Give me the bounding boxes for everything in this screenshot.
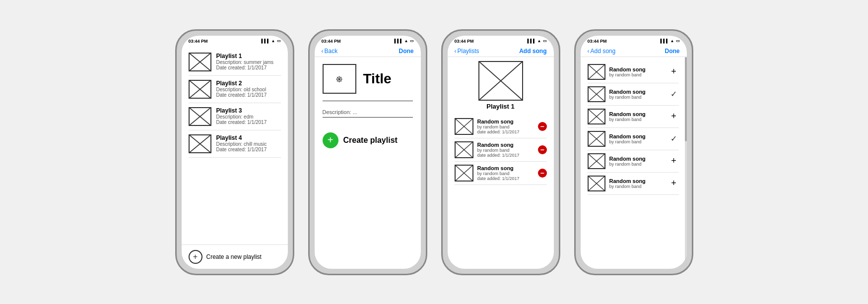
- done-button-2[interactable]: Done: [399, 48, 414, 55]
- add-song-2-band: by random band: [609, 95, 665, 100]
- wifi-icon: ▲: [271, 39, 275, 43]
- status-time-4: 03:44 PM: [588, 39, 607, 44]
- status-time-1: 03:44 PM: [189, 39, 208, 44]
- playlist-item-1[interactable]: Playlist 1 Description: summer jams Date…: [189, 49, 281, 76]
- add-song-item-5[interactable]: Random song by random band +: [588, 150, 679, 173]
- chevron-left-icon-2: ‹: [322, 48, 324, 55]
- scrollbar-thumb[interactable]: [685, 57, 687, 142]
- playlist-2-name: Playlist 2: [216, 80, 281, 87]
- playlist-detail-thumbnail: [478, 61, 523, 101]
- playlist-2-date: Date created: 1/1/2017: [216, 92, 281, 98]
- camera-placeholder[interactable]: ⎈: [323, 64, 356, 94]
- playlist-4-info: Playlist 4 Description: chill music Date…: [216, 134, 281, 152]
- playlist-1-thumbnail: [189, 53, 211, 71]
- remove-song-1-button[interactable]: −: [538, 122, 547, 131]
- status-time-3: 03:44 PM: [455, 39, 474, 44]
- back-button-3[interactable]: ‹ Playlists: [455, 48, 479, 55]
- playlist-4-name: Playlist 4: [216, 134, 281, 141]
- add-song-3-name: Random song: [609, 111, 665, 117]
- scrollbar-track[interactable]: [685, 57, 687, 269]
- song-2-thumbnail: [455, 141, 473, 158]
- status-bar-2: 03:44 PM ▌▌▌ ▲ ▭: [315, 36, 421, 45]
- add-song-1-button[interactable]: +: [669, 66, 679, 77]
- playlist-4-desc: Description: chill music: [216, 141, 281, 147]
- add-song-5-name: Random song: [609, 156, 665, 162]
- add-song-5-thumbnail: [588, 153, 605, 169]
- green-plus-icon: +: [323, 132, 338, 148]
- added-song-2-check[interactable]: ✓: [669, 89, 679, 99]
- status-icons-4: ▌▌▌ ▲ ▭: [661, 39, 680, 43]
- phone-3: 03:44 PM ▌▌▌ ▲ ▭ ‹ Playlists Add song: [441, 29, 560, 275]
- add-song-content: Random song by random band + Random song…: [581, 57, 687, 269]
- song-3-thumbnail: [455, 165, 473, 182]
- add-song-1-band: by random band: [609, 72, 665, 77]
- status-icons-2: ▌▌▌ ▲ ▭: [395, 39, 414, 43]
- song-item-3[interactable]: Random song by random band date added: 1…: [455, 162, 547, 185]
- create-playlist-btn[interactable]: + Create playlist: [323, 132, 413, 148]
- add-song-item-1[interactable]: Random song by random band +: [588, 61, 679, 83]
- song-item-2[interactable]: Random song by random band date added: 1…: [455, 138, 547, 162]
- create-new-playlist-label: Create a new playlist: [206, 253, 262, 260]
- song-2-band: by random band: [477, 148, 534, 153]
- add-song-4-name: Random song: [609, 133, 665, 139]
- create-playlist-label: Create playlist: [343, 136, 398, 145]
- add-song-6-name: Random song: [609, 178, 665, 184]
- nav-bar-3: ‹ Playlists Add song: [448, 45, 554, 57]
- add-song-4-info: Random song by random band: [609, 133, 665, 144]
- playlist-item-4[interactable]: Playlist 4 Description: chill music Date…: [189, 130, 281, 158]
- add-song-3-band: by random band: [609, 117, 665, 122]
- playlist-detail-name: Playlist 1: [455, 103, 547, 110]
- add-song-item-3[interactable]: Random song by random band +: [588, 106, 679, 128]
- add-song-2-thumbnail: [588, 86, 605, 102]
- add-song-item-4[interactable]: Random song by random band ✓: [588, 128, 679, 150]
- add-song-3-button[interactable]: +: [669, 111, 679, 122]
- playlist-1-info: Playlist 1 Description: summer jams Date…: [216, 53, 281, 70]
- add-song-1-info: Random song by random band: [609, 66, 665, 77]
- battery-icon-3: ▭: [543, 39, 547, 43]
- status-time-2: 03:44 PM: [322, 39, 341, 44]
- add-song-5-band: by random band: [609, 162, 665, 167]
- playlist-1-name: Playlist 1: [216, 53, 281, 60]
- add-song-1-name: Random song: [609, 66, 665, 72]
- add-song-button[interactable]: Add song: [519, 48, 546, 55]
- wifi-icon-4: ▲: [670, 39, 674, 43]
- song-1-band: by random band: [477, 124, 534, 129]
- create-playlist-circle-btn[interactable]: +: [189, 250, 202, 264]
- remove-song-2-button[interactable]: −: [538, 145, 547, 154]
- phone-2: 03:44 PM ▌▌▌ ▲ ▭ ‹ Back Done ⎈: [308, 29, 427, 275]
- remove-song-3-button[interactable]: −: [538, 169, 547, 178]
- add-song-2-info: Random song by random band: [609, 89, 665, 100]
- status-bar-3: 03:44 PM ▌▌▌ ▲ ▭: [448, 36, 554, 45]
- done-button-4[interactable]: Done: [665, 48, 680, 55]
- playlist-title-text: Title: [363, 71, 392, 87]
- playlist-3-info: Playlist 3 Description: edm Date created…: [216, 107, 281, 125]
- back-button-2[interactable]: ‹ Back: [322, 48, 338, 55]
- song-1-thumbnail: [455, 118, 473, 135]
- nav-bar-4: ‹ Add song Done: [581, 45, 687, 57]
- create-new-playlist-bar[interactable]: + Create a new playlist: [182, 244, 288, 269]
- added-song-4-check[interactable]: ✓: [669, 134, 679, 143]
- song-1-name: Random song: [477, 119, 534, 124]
- playlist-2-desc: Description: old school: [216, 87, 281, 92]
- description-underline: [323, 117, 413, 118]
- add-song-5-button[interactable]: +: [669, 156, 679, 166]
- playlist-item-3[interactable]: Playlist 3 Description: edm Date created…: [189, 103, 281, 130]
- camera-icon: ⎈: [336, 72, 342, 85]
- description-field[interactable]: Description: ...: [323, 109, 413, 115]
- status-icons-1: ▌▌▌ ▲ ▭: [262, 39, 281, 43]
- back-button-4[interactable]: ‹ Add song: [588, 48, 616, 55]
- add-song-item-6[interactable]: Random song by random band +: [588, 173, 679, 195]
- playlist-2-thumbnail: [189, 80, 211, 99]
- battery-icon-2: ▭: [410, 39, 414, 43]
- wifi-icon-2: ▲: [404, 39, 408, 43]
- song-2-name: Random song: [477, 142, 534, 148]
- playlist-item-2[interactable]: Playlist 2 Description: old school Date …: [189, 76, 281, 103]
- playlist-detail-content: Playlist 1 Random song by random band da…: [448, 57, 554, 269]
- status-icons-3: ▌▌▌ ▲ ▭: [528, 39, 547, 43]
- playlist-3-date: Date created: 1/1/2017: [216, 120, 281, 125]
- song-3-info: Random song by random band date added: 1…: [477, 165, 534, 181]
- add-song-6-button[interactable]: +: [669, 178, 679, 188]
- add-song-item-2[interactable]: Random song by random band ✓: [588, 83, 679, 106]
- add-song-6-info: Random song by random band: [609, 178, 665, 189]
- song-item-1[interactable]: Random song by random band date added: 1…: [455, 115, 547, 138]
